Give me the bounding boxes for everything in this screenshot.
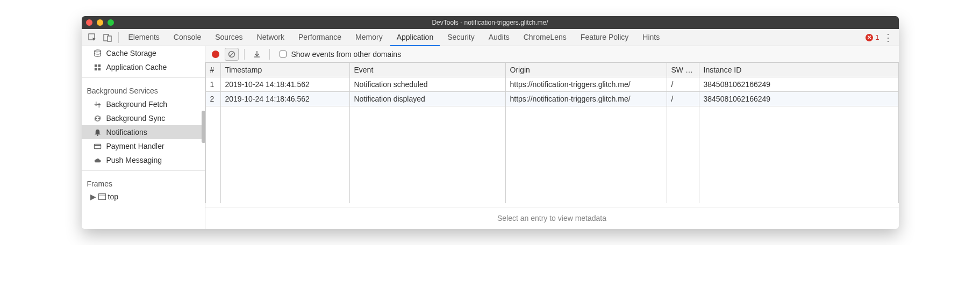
cell-origin: https://notification-triggers.glitch.me/: [505, 92, 667, 106]
sidebar-item-label: Cache Storage: [106, 49, 156, 57]
svg-rect-11: [98, 194, 105, 200]
cell-timestamp: 2019-10-24 14:18:41.562: [220, 77, 349, 92]
svg-rect-4: [95, 64, 97, 67]
tab-sources[interactable]: Sources: [209, 29, 249, 46]
app-cache-icon: [94, 63, 102, 71]
sidebar-item-payment-handler[interactable]: Payment Handler: [82, 139, 205, 153]
cell-sw: /: [667, 77, 699, 92]
sidebar-item-application-cache[interactable]: Application Cache: [82, 60, 205, 74]
tab-feature-policy[interactable]: Feature Policy: [574, 29, 635, 46]
traffic-lights: [86, 19, 114, 26]
close-window-button[interactable]: [86, 19, 92, 26]
tab-network[interactable]: Network: [251, 29, 291, 46]
cell-n: 1: [205, 77, 220, 92]
table-row[interactable]: 12019-10-24 14:18:41.562Notification sch…: [205, 77, 898, 92]
cell-event: Notification scheduled: [349, 77, 505, 92]
metadata-placeholder: Select an entry to view metadata: [205, 207, 899, 229]
frames-top-item[interactable]: ▶ top: [82, 190, 205, 203]
error-count-badge[interactable]: ✕ 1: [865, 33, 879, 41]
titlebar: DevTools - notification-triggers.glitch.…: [82, 16, 899, 29]
sidebar-item-notifications[interactable]: Notifications: [82, 125, 205, 139]
sidebar-item-background-fetch[interactable]: Background Fetch: [82, 97, 205, 111]
svg-point-8: [97, 134, 98, 136]
frames-top-label: top: [108, 192, 118, 201]
table-filler: [205, 106, 898, 203]
column-header[interactable]: #: [205, 63, 220, 77]
record-button[interactable]: [209, 48, 223, 61]
show-other-domains-input[interactable]: [280, 51, 287, 57]
column-header[interactable]: Origin: [505, 63, 667, 77]
inspect-element-icon[interactable]: [85, 30, 100, 45]
disclosure-triangle-icon: ▶: [90, 192, 96, 201]
sidebar-item-label: Notifications: [106, 128, 147, 136]
sidebar-section-bg: Background Services: [82, 81, 205, 97]
sidebar-item-cache-storage[interactable]: Cache Storage: [82, 46, 205, 60]
sidebar-item-push-messaging[interactable]: Push Messaging: [82, 153, 205, 167]
sync-icon: [94, 114, 102, 123]
cell-instance: 3845081062166249: [699, 77, 898, 92]
card-icon: [94, 142, 102, 150]
table-row[interactable]: 22019-10-24 14:18:46.562Notification dis…: [205, 92, 898, 106]
svg-rect-5: [98, 64, 101, 67]
bell-icon: [94, 128, 102, 136]
column-header[interactable]: Event: [349, 63, 505, 77]
svg-rect-9: [94, 144, 101, 148]
sidebar-item-label: Background Sync: [106, 114, 166, 123]
tab-console[interactable]: Console: [167, 29, 208, 46]
tab-memory[interactable]: Memory: [349, 29, 389, 46]
tab-elements[interactable]: Elements: [122, 29, 166, 46]
frame-icon: [98, 193, 106, 200]
error-count: 1: [875, 33, 879, 41]
svg-rect-6: [95, 68, 97, 70]
main-panel: Show events from other domains #Timestam…: [205, 46, 899, 229]
cell-sw: /: [667, 92, 699, 106]
panel-toolbar: Show events from other domains: [205, 46, 899, 62]
download-button[interactable]: [250, 48, 264, 61]
bgfetch-icon: [94, 100, 102, 109]
zoom-window-button[interactable]: [108, 19, 114, 26]
minimize-window-button[interactable]: [97, 19, 103, 26]
devtools-window: DevTools - notification-triggers.glitch.…: [82, 16, 899, 229]
sidebar-scrollbar[interactable]: [202, 111, 205, 143]
separator: [269, 49, 270, 60]
svg-line-14: [230, 52, 234, 56]
window-title: DevTools - notification-triggers.glitch.…: [82, 19, 899, 26]
panel-tabs: ElementsConsoleSourcesNetworkPerformance…: [122, 29, 866, 46]
cell-instance: 3845081062166249: [699, 92, 898, 106]
main-toolbar: ElementsConsoleSourcesNetworkPerformance…: [82, 29, 899, 46]
sidebar-section-frames: Frames: [82, 174, 205, 190]
svg-rect-2: [108, 36, 111, 41]
sidebar-item-label: Application Cache: [106, 63, 167, 71]
cell-timestamp: 2019-10-24 14:18:46.562: [220, 92, 349, 106]
tab-chromelens[interactable]: ChromeLens: [517, 29, 573, 46]
sidebar-item-background-sync[interactable]: Background Sync: [82, 111, 205, 125]
tab-application[interactable]: Application: [390, 29, 440, 46]
sidebar-item-label: Background Fetch: [106, 100, 168, 109]
more-options-icon[interactable]: ⋮: [883, 32, 893, 44]
cell-n: 2: [205, 92, 220, 106]
cloud-icon: [94, 156, 102, 164]
svg-rect-7: [98, 68, 101, 70]
tab-audits[interactable]: Audits: [482, 29, 516, 46]
tab-performance[interactable]: Performance: [292, 29, 348, 46]
tab-security[interactable]: Security: [441, 29, 481, 46]
separator: [118, 32, 119, 43]
error-icon: ✕: [865, 34, 873, 41]
events-table: #TimestampEventOriginSW …Instance ID 120…: [205, 62, 899, 207]
column-header[interactable]: Timestamp: [220, 63, 349, 77]
column-header[interactable]: SW …: [667, 63, 699, 77]
tab-hints[interactable]: Hints: [636, 29, 666, 46]
database-icon: [94, 49, 102, 57]
device-toolbar-icon[interactable]: [100, 30, 115, 45]
sidebar-item-label: Payment Handler: [106, 142, 164, 150]
svg-rect-10: [94, 145, 101, 146]
separator: [244, 49, 245, 60]
svg-point-3: [95, 49, 101, 52]
sidebar: Cache StorageApplication Cache Backgroun…: [82, 46, 205, 229]
clear-button[interactable]: [225, 48, 239, 61]
cell-origin: https://notification-triggers.glitch.me/: [505, 77, 667, 92]
sidebar-item-label: Push Messaging: [106, 156, 162, 164]
cell-event: Notification displayed: [349, 92, 505, 106]
column-header[interactable]: Instance ID: [699, 63, 898, 77]
show-other-domains-checkbox[interactable]: Show events from other domains: [277, 49, 402, 59]
